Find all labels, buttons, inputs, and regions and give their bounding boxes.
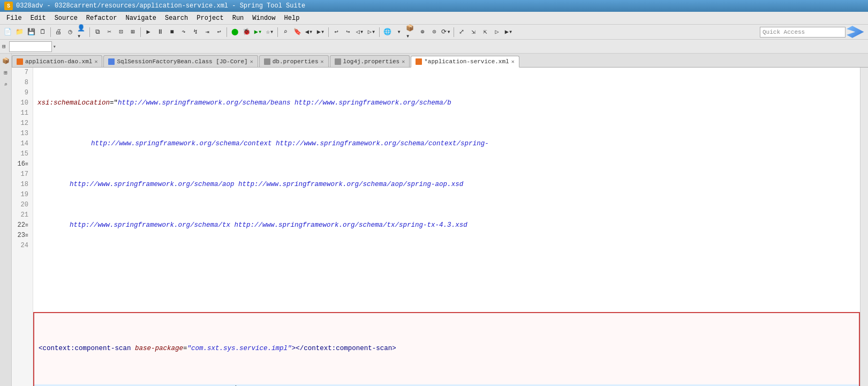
line-17: 17 — [12, 169, 31, 180]
console-button[interactable]: ▾ — [394, 27, 404, 38]
line-24: 24 — [12, 241, 31, 251]
line-10: 10 — [12, 98, 31, 108]
menu-run[interactable]: Run — [228, 13, 248, 23]
menu-project[interactable]: Project — [192, 13, 228, 23]
nav-back-button[interactable]: ◁▾ — [354, 27, 365, 38]
tab-application-dao[interactable]: application-dao.xml ✕ — [12, 55, 102, 67]
menu-source[interactable]: Source — [50, 13, 82, 23]
menu-navigate[interactable]: Navigate — [121, 13, 161, 23]
tab-close-db[interactable]: ✕ — [321, 58, 324, 65]
open-button[interactable]: 📁 — [14, 27, 25, 38]
next-btn2[interactable]: ▷ — [492, 27, 502, 38]
copy-button[interactable]: ⧉ — [92, 27, 103, 38]
save-button[interactable]: 💾 — [26, 27, 36, 38]
editor-tabs: application-dao.xml ✕ SqlSessionFactoryB… — [12, 54, 868, 68]
menu-search[interactable]: Search — [161, 13, 192, 23]
tab-app-service[interactable]: *application-service.xml ✕ — [411, 56, 519, 68]
tab-icon-log4j — [335, 58, 341, 65]
perspective-combo[interactable] — [9, 41, 52, 52]
line-18: 18 — [12, 180, 31, 190]
sidebar-package-icon[interactable]: 📦 — [1, 56, 11, 65]
code-line-12: <context:component-scan base-package="co… — [34, 344, 859, 354]
toolbar-sep-2 — [89, 27, 90, 37]
tab-close-dao[interactable]: ✕ — [94, 58, 97, 65]
run-prev-button[interactable]: ▶ — [143, 27, 154, 38]
line-20: 20 — [12, 200, 31, 210]
tab-log4j[interactable]: log4j.properties ✕ — [330, 55, 410, 67]
menu-file[interactable]: File — [2, 13, 26, 23]
line-14: 14 — [12, 139, 31, 149]
menu-edit[interactable]: Edit — [26, 13, 50, 23]
expand-button[interactable]: ⤢ — [456, 27, 467, 38]
toolbar-sep-4 — [227, 27, 227, 37]
step4-button[interactable]: ↩ — [214, 27, 224, 38]
tab-close-log4j[interactable]: ✕ — [402, 58, 405, 65]
title-bar: S 0328adv - 0328carrent/resources/applic… — [0, 0, 868, 12]
corner-arrow-button[interactable] — [847, 25, 866, 40]
sidebar-hierarchy-icon[interactable]: ⊞ — [1, 68, 11, 77]
browser-button[interactable]: 🌐 — [382, 27, 393, 38]
stop-button[interactable]: ■ — [167, 27, 177, 38]
line-19: 19 — [12, 190, 31, 200]
profile-button[interactable]: 👤▾ — [77, 27, 87, 38]
tab-icon-db — [264, 58, 270, 65]
code-line-7: xsi:schemaLocation="http://www.springfra… — [33, 98, 860, 108]
code-content[interactable]: xsi:schemaLocation="http://www.springfra… — [33, 68, 860, 386]
save-all-button[interactable]: 🗒 — [37, 27, 48, 38]
step3-button[interactable]: ⇥ — [202, 27, 213, 38]
tab-close-sql[interactable]: ✕ — [250, 58, 253, 65]
history-button[interactable]: ◷ — [65, 27, 76, 38]
run-button[interactable]: ▶▾ — [253, 27, 263, 38]
package-button[interactable]: 📦▾ — [405, 27, 416, 38]
prev-ann-button[interactable]: ◀▾ — [304, 27, 314, 38]
debug-button[interactable]: 🐞 — [241, 27, 252, 38]
step-button[interactable]: ↷ — [178, 27, 189, 38]
next-ann-button[interactable]: ▶▾ — [315, 27, 326, 38]
new-button[interactable]: 📄 — [2, 27, 13, 38]
main-toolbar: 📄 📁 💾 🗒 🖨 ◷ 👤▾ ⧉ ✂ ⊡ ⊞ ▶ ⏸ ■ ↷ ↯ ⇥ ↩ ⬤ 🐞… — [0, 25, 868, 40]
lasso-button[interactable]: ⊞ — [127, 27, 138, 38]
coverage-button[interactable]: ⬤ — [229, 27, 240, 38]
print-button[interactable]: 🖨 — [53, 27, 64, 38]
menu-window[interactable]: Window — [248, 13, 280, 23]
line-22: 22≡ — [12, 220, 31, 231]
cursor-button[interactable]: ⊡ — [116, 27, 126, 38]
menu-refactor[interactable]: Refactor — [82, 13, 122, 23]
bookmark-button[interactable]: 🔖 — [292, 27, 303, 38]
toolbar-sep-3 — [140, 27, 141, 37]
sidebar-search-icon[interactable]: ⌕ — [1, 79, 11, 89]
minimize-button[interactable]: ⇲ — [468, 27, 479, 38]
combo-arrow[interactable]: ▾ — [53, 43, 56, 50]
scissors-button[interactable]: ✂ — [104, 27, 115, 38]
maximize-button[interactable]: ⇱ — [480, 27, 490, 38]
main-area: 📦 ⊞ ⌕ application-dao.xml ✕ SqlSessionFa… — [0, 54, 868, 386]
tab-dbprops[interactable]: db.properties ✕ — [259, 55, 329, 67]
open-res-button[interactable]: ⊙ — [429, 27, 440, 38]
undo-button[interactable]: ↩ — [331, 27, 342, 38]
step2-button[interactable]: ↯ — [190, 27, 201, 38]
nav-next-button[interactable]: ▶▾ — [503, 27, 514, 38]
line-12: 12 — [12, 118, 31, 129]
tab-sqlsession[interactable]: SqlSessionFactoryBean.class [JD-Core] ✕ — [103, 55, 258, 67]
search-tb-button[interactable]: ⌕ — [280, 27, 291, 38]
toolbar-sep-1 — [50, 27, 51, 37]
line-8: 8 — [12, 78, 31, 88]
line-23: 23≡ — [12, 231, 31, 241]
line-21: 21 — [12, 210, 31, 220]
code-line-10: http://www.springframework.org/schema/tx… — [33, 220, 860, 231]
pause-button[interactable]: ⏸ — [155, 27, 165, 38]
line-9: 9 — [12, 88, 31, 98]
line-7: 7 — [12, 68, 31, 78]
line-15: 15 — [12, 149, 31, 159]
line-13: 13 — [12, 129, 31, 139]
tab-close-service[interactable]: ✕ — [511, 58, 515, 65]
open-type-button[interactable]: ⊕ — [417, 27, 428, 38]
menu-help[interactable]: Help — [280, 13, 304, 23]
redo-button[interactable]: ↪ — [343, 27, 353, 38]
external-button[interactable]: ☆▾ — [265, 27, 275, 38]
quick-access-input[interactable]: Quick Access — [760, 27, 846, 38]
nav-fwd-button[interactable]: ▷▾ — [366, 27, 377, 38]
perspective-icon: ⊞ — [2, 43, 6, 50]
tab-icon-sql — [108, 58, 115, 65]
sync-button[interactable]: ⟳▾ — [441, 27, 451, 38]
